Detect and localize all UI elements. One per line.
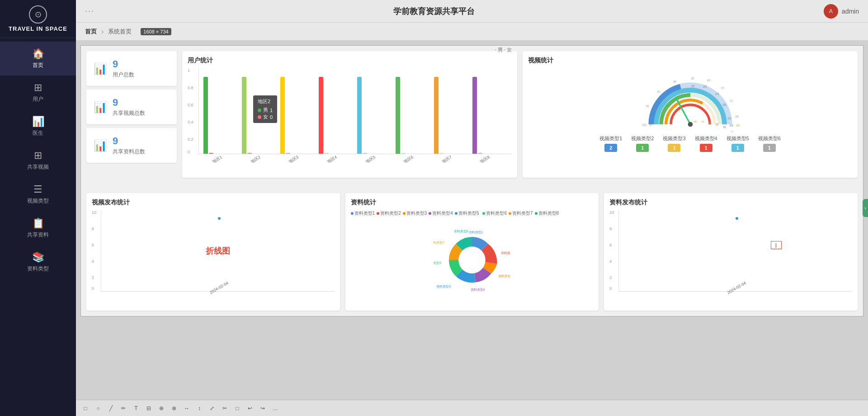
svg-text:资料类型8: 资料类型8: [454, 230, 468, 233]
logo-icon: ⊙: [29, 5, 47, 24]
svg-text:4: 4: [654, 108, 656, 112]
gauge-badge-1: 2: [604, 144, 617, 152]
svg-text:资料类型2: 资料类型2: [501, 251, 510, 255]
svg-point-1: [688, 122, 693, 127]
topbar: ··· 学前教育资源共享平台 A admin: [76, 0, 868, 23]
sidebar-restype-label: 资料类型: [27, 265, 49, 273]
right-edge-handle[interactable]: ›: [863, 199, 868, 217]
svg-text:76: 76: [721, 86, 724, 90]
svg-text:56: 56: [723, 126, 726, 128]
tool-rectangle[interactable]: □: [80, 403, 90, 413]
tool-minus[interactable]: ⊟: [144, 403, 154, 413]
tool-redo[interactable]: ↪: [258, 403, 268, 413]
stat-card-videos: 📊 9 共享视频总数: [86, 90, 177, 124]
svg-point-28: [458, 246, 486, 274]
gauge-badge-4: 1: [700, 144, 712, 152]
svg-text:16: 16: [691, 84, 694, 88]
gauge-item-2: 视频类型2 1: [631, 135, 654, 152]
sidebar-item-users[interactable]: ⊞用户: [0, 76, 76, 109]
svg-text:52: 52: [716, 123, 718, 126]
svg-text:0: 0: [649, 123, 651, 127]
sidebar-item-video[interactable]: ⊞共享视频: [0, 143, 76, 177]
sidebar-videotype-icon: ☰: [33, 184, 42, 195]
gauge-item-5: 视频类型5 1: [726, 135, 749, 152]
tool-select[interactable]: □: [232, 403, 242, 413]
tool-pencil[interactable]: ✏: [118, 403, 128, 413]
tool-text[interactable]: T: [131, 403, 141, 413]
tool-arrow-v[interactable]: ↕: [194, 403, 204, 413]
svg-text:84: 84: [691, 77, 694, 80]
sidebar-video-label: 共享视频: [27, 163, 49, 171]
tool-plus[interactable]: ⊕: [156, 403, 166, 413]
stat-users-icon: 📊: [94, 62, 107, 75]
tool-scissors[interactable]: ✂: [220, 403, 230, 413]
stat-videos-value: 9: [113, 97, 145, 109]
breadcrumb-system[interactable]: 系统首页: [108, 28, 132, 36]
sidebar-logo: ⊙ TRAVEL IN SPACE: [0, 0, 76, 38]
svg-text:32: 32: [727, 116, 731, 120]
bottom-toolbar: □ ○ ╱ ✏ T ⊟ ⊕ ⊗ ↔ ↕ ⤢ ✂ □ ↩ ↪ …: [76, 400, 868, 416]
sidebar-videotype-label: 视频类型: [27, 197, 49, 205]
svg-text:资料类型1: 资料类型1: [469, 231, 483, 234]
tool-resize[interactable]: ⤢: [207, 403, 217, 413]
sidebar-doctor-icon: 📊: [32, 116, 44, 128]
logo-text: TRAVEL IN SPACE: [9, 25, 67, 33]
stat-resources-icon: 📊: [94, 139, 107, 152]
donut-container: 资料类型1 资料类型2 资料类型3 资料类型4 资料类型5 资料类型6 资料类型…: [351, 219, 594, 301]
svg-text:68: 68: [735, 115, 739, 118]
sidebar-item-doctor[interactable]: 📊医生: [0, 109, 76, 143]
sidebar-users-icon: ⊞: [34, 82, 42, 94]
svg-text:12: 12: [676, 88, 679, 92]
svg-text:60: 60: [730, 131, 733, 132]
gauge-badge-3: 1: [668, 144, 680, 152]
topbar-dots: ···: [85, 6, 94, 16]
resource-publish-title: 资料发布统计: [609, 199, 852, 207]
svg-text:96: 96: [646, 104, 649, 108]
gauge-label-5: 视频类型5: [726, 135, 749, 142]
topbar-left: ···: [85, 6, 94, 16]
tool-line[interactable]: ╱: [106, 403, 116, 413]
tool-arrow-h[interactable]: ↔: [182, 403, 192, 413]
gauge-labels: 视频类型1 2 视频类型2 1 视频类型3 1 视频类型4: [528, 135, 852, 152]
tool-undo[interactable]: ↩: [245, 403, 255, 413]
user-label: admin: [842, 8, 859, 15]
sidebar-resource-label: 共享资料: [27, 231, 49, 239]
resource-publish-chart: 10 8 6 4 2 0 |: [609, 210, 852, 292]
resource-chart-title: 资料统计: [351, 199, 594, 207]
gauge-svg: 0 4 8 12 16 20 24 28 32 36 100: [632, 68, 749, 132]
sidebar-home-icon: 🏠: [32, 48, 44, 60]
resource-chart-panel: 资料统计 资料类型1 资料类型2 资料类型3 资料类型4 资料类型5 资料类型6…: [345, 193, 599, 311]
donut-svg: 资料类型1 资料类型2 资料类型3 资料类型4 资料类型5 资料类型6 资料类型…: [434, 222, 510, 298]
gauge-label-3: 视频类型3: [663, 135, 685, 142]
svg-text:92: 92: [657, 90, 660, 93]
avatar: A: [824, 4, 838, 19]
gauge-label-1: 视频类型1: [599, 135, 622, 142]
sidebar-item-restype[interactable]: 📚资料类型: [0, 245, 76, 279]
page-title: 学前教育资源共享平台: [393, 6, 475, 17]
gauge-container: 0 4 8 12 16 20 24 28 32 36 100: [528, 68, 852, 152]
video-chart-panel: 视频统计: [523, 51, 858, 178]
breadcrumb-home[interactable]: 首页: [85, 28, 97, 36]
gauge-badge-5: 1: [731, 144, 744, 152]
svg-text:48: 48: [708, 121, 711, 124]
tool-circle[interactable]: ○: [93, 403, 103, 413]
svg-text:64: 64: [736, 124, 740, 127]
stat-resources-label: 共享资料总数: [113, 148, 145, 156]
sidebar-item-resource[interactable]: 📋共享资料: [0, 211, 76, 245]
stat-users-label: 用户总数: [113, 71, 134, 79]
user-chart-legend: · 男 · 女: [495, 47, 512, 53]
sidebar-item-videotype[interactable]: ☰视频类型: [0, 177, 76, 211]
svg-text:40: 40: [693, 120, 696, 123]
svg-text:88: 88: [673, 80, 676, 83]
line-chart-label: 折线图: [206, 246, 230, 256]
tool-more[interactable]: …: [270, 403, 280, 413]
gauge-badge-2: 1: [636, 144, 649, 152]
dashboard: 📊 9 用户总数 📊 9 共享视频总数 📊 9: [80, 45, 863, 317]
sidebar-item-home[interactable]: 🏠首页: [0, 42, 76, 76]
svg-text:资料类型4: 资料类型4: [471, 288, 485, 291]
svg-text:资料类型5: 资料类型5: [436, 285, 451, 288]
tool-cross[interactable]: ⊗: [169, 403, 179, 413]
size-badge: 1608 × 734: [141, 28, 171, 35]
sidebar-users-label: 用户: [33, 95, 43, 103]
sidebar-nav: 🏠首页⊞用户📊医生⊞共享视频☰视频类型📋共享资料📚资料类型: [0, 38, 76, 279]
